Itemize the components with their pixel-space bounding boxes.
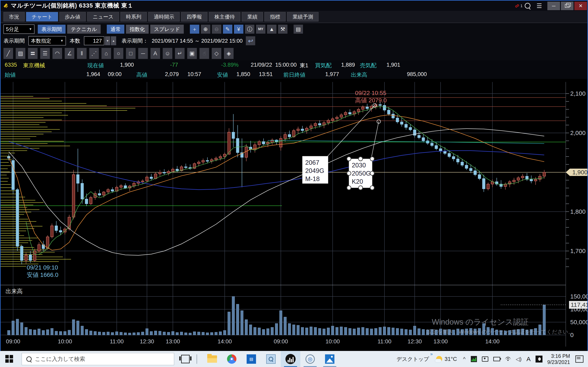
- pentagon-tool-icon[interactable]: ⌂: [102, 48, 111, 59]
- taskbar-app-chrome[interactable]: [222, 351, 242, 367]
- hand-tool-icon[interactable]: ☝: [199, 48, 209, 59]
- volume-bar: [154, 331, 157, 335]
- three-hlines-tool-icon[interactable]: ☰: [40, 48, 50, 59]
- tab-歩み値[interactable]: 歩み値: [60, 12, 86, 21]
- taskbar-app-sync-app[interactable]: ◎: [300, 351, 320, 367]
- callout-box-2-handle[interactable]: [370, 157, 374, 161]
- menu-icon[interactable]: ☰: [536, 2, 542, 9]
- vertical-lines-tool-icon[interactable]: ‖: [77, 48, 86, 59]
- callout-box-2-handle[interactable]: [370, 186, 374, 190]
- volume-bar: [279, 310, 282, 335]
- erase-all-tool-icon[interactable]: ◈: [224, 48, 233, 59]
- toolbar-button-表示期間[interactable]: 表示期間: [38, 25, 66, 34]
- tab-チャート[interactable]: チャート: [26, 12, 58, 21]
- bar-count-input[interactable]: 127: [84, 36, 104, 45]
- stock-monitor-tray-icon[interactable]: [471, 356, 477, 362]
- candle-up: [521, 176, 524, 178]
- taskbar-app-blue-document-app[interactable]: ▤: [242, 351, 261, 367]
- volume-bar: [72, 319, 75, 335]
- candle-up: [267, 142, 269, 144]
- text-tool-icon[interactable]: A: [150, 48, 160, 59]
- task-view-button[interactable]: [181, 355, 190, 363]
- callout-box-2-handle[interactable]: [359, 186, 363, 190]
- close-button[interactable]: ✕: [574, 2, 587, 10]
- maximize-button[interactable]: [561, 2, 573, 10]
- notification-center-button[interactable]: [575, 355, 584, 363]
- candle-up: [305, 128, 308, 131]
- ime-mode-icon[interactable]: A: [527, 356, 531, 363]
- period-mode-select[interactable]: 本数指定 ▼: [28, 36, 66, 45]
- taskbar-app-photos-app[interactable]: [320, 351, 339, 367]
- draw-pen-icon[interactable]: ✎: [223, 25, 232, 34]
- copy-object-tool-icon[interactable]: ▣: [187, 48, 197, 59]
- count-increment-button[interactable]: ▲: [111, 36, 116, 45]
- callout-box-2-handle[interactable]: [359, 157, 363, 161]
- icon-stamp-tool-icon[interactable]: ☺: [163, 48, 172, 59]
- settings-wrench-icon[interactable]: ⚒: [278, 25, 287, 34]
- ellipse-tool-icon[interactable]: ○: [114, 48, 123, 59]
- taskbar-search-input[interactable]: ここに入力して検索: [22, 353, 174, 365]
- tab-適時開示[interactable]: 適時開示: [148, 12, 180, 21]
- weather-widget[interactable]: 31°C: [436, 356, 457, 362]
- speed-lines-tool-icon[interactable]: ⋰: [89, 48, 99, 59]
- reset-range-button[interactable]: ↩: [246, 36, 255, 45]
- link-group-icon[interactable]: ∞1: [513, 2, 521, 10]
- two-hlines-tool-icon[interactable]: 〓: [28, 48, 38, 59]
- hidden-icons-button[interactable]: ^: [463, 356, 466, 362]
- zoom-in-icon[interactable]: ⊕: [201, 25, 210, 34]
- yen-icon[interactable]: ¥: [234, 25, 243, 34]
- ime-lang-icon[interactable]: [536, 356, 543, 363]
- tab-業績[interactable]: 業績: [242, 12, 263, 21]
- camera-tray-icon[interactable]: [482, 356, 488, 362]
- parallel-lines-tool-icon[interactable]: ▨: [16, 48, 25, 59]
- tab-四季報[interactable]: 四季報: [181, 12, 208, 21]
- tab-市況[interactable]: 市況: [3, 12, 25, 21]
- tab-時系列[interactable]: 時系列: [121, 12, 147, 21]
- search-icon[interactable]: [525, 3, 530, 8]
- wifi-tray-icon[interactable]: [505, 357, 511, 361]
- toolbar-button-指数化[interactable]: 指数化: [126, 25, 149, 34]
- volume-tray-icon[interactable]: ◁): [516, 356, 522, 362]
- tab-株主優待[interactable]: 株主優待: [209, 12, 240, 21]
- area-chart-icon-glyph: ▲: [269, 26, 274, 33]
- battery-tray-icon[interactable]: [493, 357, 500, 361]
- volume-bar: [63, 331, 66, 335]
- count-decrement-button[interactable]: ▼: [105, 36, 110, 45]
- volume-bar: [301, 327, 304, 335]
- tab-業績予測[interactable]: 業績予測: [287, 12, 319, 21]
- print-icon[interactable]: ▤: [294, 25, 303, 34]
- callout-box-2-handle[interactable]: [370, 171, 374, 175]
- volume-axis-label: 50,000: [570, 319, 587, 325]
- chart-area[interactable]: 2,1002,0001,8001,7001,900.0150,000100,00…: [1, 79, 587, 351]
- toolbar-button-通常[interactable]: 通常: [107, 25, 124, 34]
- callout-box-2-handle[interactable]: [347, 186, 351, 190]
- rectangle-tool-icon[interactable]: □: [126, 48, 136, 59]
- toolbar-button-テクニカル[interactable]: テクニカル: [67, 25, 101, 34]
- crosshair-icon[interactable]: ＋: [190, 25, 199, 34]
- taskbar-clock[interactable]: 3:16 PM 9/23/2021: [547, 353, 570, 365]
- windows-taskbar: ここに入力して検索 ▤◎ デスクトップ» 31°C ^ ◁) A 3:16 PM…: [0, 351, 588, 367]
- volume-bar: [366, 328, 369, 335]
- taskbar-app-file-explorer[interactable]: [202, 351, 222, 367]
- fib-arcs-tool-icon[interactable]: ◠: [52, 48, 62, 59]
- erase-tool-icon[interactable]: ◇: [212, 48, 221, 59]
- fan-lines-tool-icon[interactable]: ∠: [65, 48, 74, 59]
- segment-tool-icon[interactable]: ─: [138, 48, 148, 59]
- tab-指標[interactable]: 指標: [264, 12, 286, 21]
- taskbar-app-trading-app[interactable]: [281, 351, 300, 367]
- pointer-tool-icon[interactable]: ↵: [175, 48, 185, 59]
- minimize-button[interactable]: ─: [547, 2, 560, 10]
- area-chart-icon[interactable]: ▲: [267, 25, 277, 34]
- zoom-out-icon[interactable]: ⊖: [212, 25, 221, 34]
- interval-select[interactable]: 5分足 ▼: [3, 25, 35, 34]
- toolbar-button-スプレッド[interactable]: スプレッド: [150, 25, 184, 34]
- callout-box-2-handle[interactable]: [347, 171, 351, 175]
- trendline-tool-icon[interactable]: ╱: [3, 48, 13, 59]
- taskbar-app-screen-search-app[interactable]: [261, 351, 281, 367]
- callout-box-2-handle[interactable]: [347, 157, 351, 161]
- info-icon[interactable]: ⓘ: [245, 25, 254, 34]
- tab-ニュース[interactable]: ニュース: [87, 12, 119, 21]
- desktop-toolbar-label[interactable]: デスクトップ»: [397, 356, 429, 363]
- my-indicator-icon[interactable]: MY: [256, 25, 265, 34]
- start-button[interactable]: [5, 355, 13, 363]
